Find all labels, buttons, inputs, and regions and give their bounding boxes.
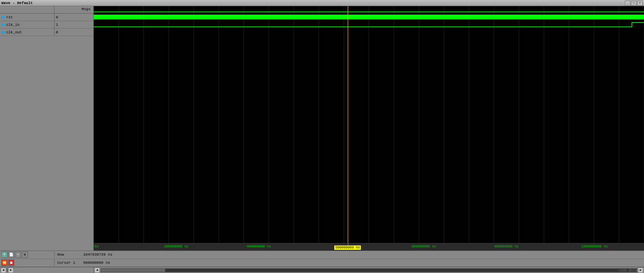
signal-name-rst: rst	[6, 15, 13, 19]
status-icon-settings[interactable]: ⚙	[22, 252, 28, 258]
watermark: csdn @xhzlr	[619, 269, 641, 272]
status-icons-1: M 📄 + ⚙	[0, 252, 55, 258]
timeline-label: 800000000 ns	[494, 245, 519, 248]
waveform-scroll-left[interactable]: ◄	[94, 268, 100, 273]
scroll-left-panel: ◄ ►	[0, 267, 94, 273]
status-icon-file[interactable]: 📄	[8, 252, 14, 258]
cursor-time-label: 500000009 ns	[334, 245, 361, 250]
title-bar-text: Wave - Default	[1, 1, 33, 5]
main-container: Msgs rst 0	[0, 6, 644, 273]
close-button[interactable]: ×	[637, 1, 643, 5]
signal-header-name-col	[0, 6, 55, 13]
status-label-now: Now	[55, 253, 82, 257]
waveform-container[interactable]: ns200000000 ns400000000 ns600000000 ns80…	[94, 6, 644, 251]
svg-marker-1	[1, 22, 5, 27]
content-area: Msgs rst 0	[0, 6, 644, 251]
status-icon-red2[interactable]: ⏹	[8, 260, 14, 266]
status-row-1: M 📄 + ⚙ Now 1047639739 ns	[0, 251, 644, 259]
signal-value-clkin: 1	[55, 23, 93, 27]
status-icon-monitor[interactable]: M	[1, 252, 7, 258]
maximize-button[interactable]: □	[631, 1, 637, 5]
status-bar: M 📄 + ⚙ Now 1047639739 ns ⏪ ⏹ Cursor 1 5…	[0, 251, 644, 267]
timeline-label: 400000000 ns	[246, 245, 271, 248]
svg-marker-0	[1, 15, 5, 19]
timeline-label: ns	[94, 245, 98, 248]
signal-value-rst: 0	[55, 15, 93, 19]
signal-value-clkout: 0	[55, 30, 93, 34]
signal-row-clkin[interactable]: clk_in 1	[0, 21, 93, 29]
signal-name-cell-rst: rst	[0, 14, 55, 21]
title-bar: Wave - Default _ □ ×	[0, 0, 644, 6]
timeline-label: 600000000 ns	[412, 245, 436, 248]
scroll-area: ◄ ► ◄ ►	[0, 267, 644, 273]
signal-name-clkin: clk_in	[6, 23, 20, 27]
svg-marker-2	[1, 30, 5, 34]
signal-list: rst 0 clk_in 1	[0, 14, 93, 251]
signal-icon-rst	[1, 15, 5, 19]
signal-header: Msgs	[0, 6, 93, 14]
status-value-now: 1047639739 ns	[82, 253, 114, 257]
status-icon-plus[interactable]: +	[15, 252, 21, 258]
left-panel: Msgs rst 0	[0, 6, 94, 251]
timeline: ns200000000 ns400000000 ns600000000 ns80…	[94, 243, 644, 251]
signal-name-cell-clkin: clk_in	[0, 21, 55, 28]
status-value-cursor: 500000009 ns	[82, 261, 111, 265]
timeline-label: 200000000 ns	[164, 245, 188, 248]
signal-icon-clkin	[1, 22, 5, 27]
signal-row-rst[interactable]: rst 0	[0, 14, 93, 21]
status-icon-red1[interactable]: ⏪	[1, 260, 7, 266]
signal-header-msgs-col: Msgs	[55, 6, 93, 13]
scroll-right-btn[interactable]: ►	[8, 268, 14, 273]
signal-name-clkout: clk_out	[6, 30, 22, 34]
title-bar-controls: _ □ ×	[625, 1, 643, 5]
scroll-left-btn[interactable]: ◄	[1, 268, 6, 273]
timeline-label: 1000000000 ns	[581, 245, 608, 248]
status-row-2: ⏪ ⏹ Cursor 1 500000009 ns	[0, 259, 644, 267]
status-label-cursor: Cursor 1	[55, 261, 82, 265]
minimize-button[interactable]: _	[625, 1, 630, 5]
signal-name-cell-clkout: clk_out	[0, 29, 55, 36]
status-icons-2: ⏪ ⏹	[0, 260, 55, 266]
waveform-signals[interactable]	[94, 6, 644, 243]
signal-row-clkout[interactable]: clk_out 0	[0, 29, 93, 36]
signal-icon-clkout	[1, 30, 5, 34]
